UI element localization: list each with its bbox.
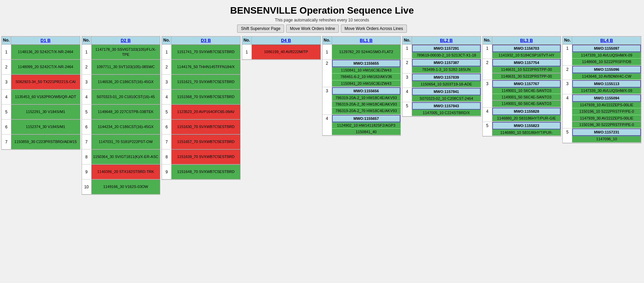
work-order-cell[interactable]: 1150196_10 S222PRSTFP/PE-0 <box>572 108 641 115</box>
row-no-empty <box>563 73 572 80</box>
mwo-label[interactable]: MWO:1155113 <box>572 80 641 88</box>
work-order-cell[interactable]: 1149648_20 227CSTPB-03BTEK <box>92 105 160 119</box>
row-no-empty <box>483 66 492 73</box>
work-order-cell[interactable]: 1147939_10 AV222ZEPS-00LIE <box>572 102 641 108</box>
mwo-label[interactable]: MWO:1157231 <box>572 128 641 136</box>
work-order-cell[interactable]: 1152374_30 V184S/M1 <box>11 120 80 134</box>
mwo-label[interactable]: MWO:1155657 <box>332 115 401 122</box>
move-inline-button[interactable]: Move Work Orders Inline <box>286 25 339 33</box>
work-order-cell[interactable]: 1144176_50 THHN145TFFN184/X <box>171 60 240 74</box>
row-no: 1 <box>162 45 171 59</box>
work-order-cell[interactable]: 1151741_70 SVXWB7C5ESTBRD <box>171 45 240 59</box>
work-order-cell[interactable]: 789619-00030-2_10 S213CT-X1-18 <box>412 52 481 59</box>
work-order-cell[interactable]: 783499-1-3_10 S282-18SUN <box>412 66 481 73</box>
work-order-cell[interactable]: 1097711_30 SVT103(105)-08SWC <box>92 60 160 74</box>
work-order-cell[interactable]: 1147096_10 <box>572 136 641 142</box>
work-order-cell[interactable]: S062923-34_50 TX221PR221S-CAI <box>11 75 80 89</box>
work-order-cell[interactable]: 1141932_10 S184CSP16TVT-HY <box>492 52 561 59</box>
grouped-row: 5MWO:11578431147005_10 C224STBRD/X <box>402 102 481 116</box>
mwo-label[interactable]: MWO:1155828 <box>492 108 561 115</box>
work-order-cell[interactable]: 1123523_20 AVP164OFC65-09AV <box>171 105 240 119</box>
row-no: 5 <box>563 128 572 136</box>
work-order-cell[interactable]: 1146880_20 S83186HYT/PUR-GIE <box>492 115 561 122</box>
col-title-BL4_B[interactable]: BL4 B <box>572 36 641 44</box>
work-order-cell[interactable]: 1151621_70 SVXWB7C5ESTBRD <box>171 75 240 89</box>
col-title-BL3_B[interactable]: BL3 B <box>492 36 561 44</box>
work-order-cell[interactable]: 1150196_30 S222PRSTFP/PE-0 <box>572 122 641 128</box>
work-order-cell[interactable]: 1151648_70 SVXWB7C5ESTBRD <box>171 164 240 179</box>
work-order-cell[interactable]: 1151568_70 SVXWB7C5ESTBRD <box>171 90 240 104</box>
table-row: 3S062923-34_50 TX221PR221S-CAI <box>2 75 80 90</box>
col-title-D4_B[interactable]: D4 B <box>252 36 320 44</box>
col-title-D3_B[interactable]: D3 B <box>171 36 240 44</box>
work-order-cell[interactable]: 1146086_20 STX182STBRD-TRK <box>92 164 160 179</box>
mwo-label[interactable]: MWO:1155094 <box>572 94 641 102</box>
table-row: 21144176_50 THHN145TFFN184/X <box>162 60 240 75</box>
mwo-label[interactable]: MWO:1156703 <box>492 45 561 52</box>
mwo-label[interactable]: MWO:1155096 <box>572 66 641 73</box>
work-order-cell[interactable]: 1124902_10 HW141182SF2/AGP3 <box>332 122 401 129</box>
work-order-cell[interactable]: 1147005_10 C224STBRD/X <box>412 110 481 116</box>
work-order-cell[interactable]: 1150859_30 C223PRSTBRD/AEW15 <box>11 135 80 149</box>
work-order-cell[interactable]: 1147339_10 AVLUQSHM/X-09 <box>572 52 641 59</box>
work-order-cell[interactable]: 1151630_70 SVXWB7C5ESTBRD <box>171 120 240 134</box>
work-order-cell[interactable]: 1129782_20 S244GSMD-FLAT2 <box>332 45 401 59</box>
work-order-cell[interactable]: 786319-20A-2_30 HW18C4E/AKV93 <box>332 101 401 108</box>
work-order-cell[interactable]: 1146880_10 S83186HYT/PUR- <box>492 129 561 136</box>
work-order-cell[interactable]: S070323-02_10 C208CST-2464 <box>412 95 481 102</box>
row-no: 1 <box>323 45 332 59</box>
mwo-label[interactable]: MWO:1155656 <box>332 87 401 95</box>
work-order-cell[interactable]: 1086199_40 AVB222MITP <box>252 45 320 59</box>
work-order-cell[interactable]: 1146631_30 S222PRSTPP-00 <box>492 73 561 80</box>
work-order-cell[interactable]: 1151639_70 SVXWB7C5ESTBRD <box>171 150 240 164</box>
work-order-cell[interactable]: 1148136_20 S242CT/X-NR-2464 <box>11 45 80 59</box>
work-order-cell[interactable]: 788461-6-2_10 HW182/AKV36 <box>332 74 401 80</box>
work-order-cell[interactable]: 1147031_70 S181P222PST-OW <box>92 135 160 149</box>
col-title-BL2_B[interactable]: BL2 B <box>412 36 481 44</box>
mwo-label[interactable]: MWO:1157839 <box>412 74 481 81</box>
work-order-cell[interactable]: 1135453_60 V182PRO/WB/QR-ADT <box>11 90 80 104</box>
row-no-empty <box>563 115 572 122</box>
work-order-cell[interactable]: 1146536_20 C186CST(16)-45GX <box>92 75 160 89</box>
work-order-cell[interactable]: 1150364_30 SVIGT1811(K)/X-ER-ASC <box>92 150 160 164</box>
work-order-cell[interactable]: 1150841_10 HW16C3E/ZW43 <box>332 67 401 74</box>
work-order-cell[interactable]: 1149001_50 S6C4E-SANTO3 <box>492 94 561 100</box>
toolbar: Shift Supervisor Page Move Work Orders I… <box>0 25 644 33</box>
work-order-cell[interactable]: 1150841_20 HW16C3E/ZW43 <box>332 80 401 87</box>
row-no: 2 <box>2 60 11 74</box>
mwo-label[interactable]: MWO:1157387 <box>412 59 481 66</box>
work-order-cell[interactable]: 1147339_30 AVLUQSHM/X-09 <box>572 88 641 94</box>
mwo-label[interactable]: MWO:1155097 <box>572 45 641 52</box>
work-order-cell[interactable]: 1152291_30 V184S/M1 <box>11 105 80 119</box>
move-across-button[interactable]: Move Work Orders Across Lines <box>341 25 407 33</box>
row-no: 4 <box>323 115 332 122</box>
mwo-label[interactable]: MWO:1157767 <box>492 80 561 88</box>
mwo-label[interactable]: MWO:1157754 <box>492 59 561 66</box>
shift-supervisor-button[interactable]: Shift Supervisor Page <box>237 25 284 33</box>
mwo-label[interactable]: MWO:1157841 <box>412 88 481 95</box>
work-order-cell[interactable]: 1143648_10 AVBDMX4C-CW <box>572 73 641 80</box>
work-order-cell[interactable]: S070323-01_20 C1810CST(16)-45 <box>92 90 160 104</box>
work-order-cell[interactable]: 1149001_60 S6C4E-SANTO3 <box>492 100 561 107</box>
work-order-cell[interactable]: 1151657_70 SVXWB7C5ESTBRD <box>171 135 240 149</box>
work-order-cell[interactable]: 1147939_30 AV222ZEPS-00LIE <box>572 115 641 122</box>
mwo-label[interactable]: MWO:1155823 <box>492 122 561 129</box>
work-order-cell[interactable]: 1149001_10 S6C4E-SANTO3 <box>492 88 561 94</box>
work-order-cell[interactable]: 1147178_30 SSVIGT103(105)/FL/X-TPE <box>92 45 160 59</box>
work-order-cell[interactable]: 1146631_10 S222PRSTPP-00 <box>492 66 561 73</box>
col-title-D1_B[interactable]: D1 B <box>11 36 80 44</box>
work-order-cell[interactable]: 1150841_40 <box>332 129 401 135</box>
work-order-cell[interactable]: 1150654_10 S203T19-18-ADE <box>412 81 481 88</box>
mwo-label[interactable]: MWO:1157291 <box>412 45 481 52</box>
work-order-cell[interactable]: 786319-20A-2_70 HW18C4E/AKV93 <box>332 108 401 114</box>
col-title-D2_B[interactable]: D2 B <box>92 36 160 44</box>
mwo-label[interactable]: MWO:1155655 <box>332 60 401 67</box>
col-title-BL1_B[interactable]: BL1 B <box>332 36 401 44</box>
work-order-cell[interactable]: 786319-20A-2_10 HW18C4E/AKV93 <box>332 95 401 101</box>
work-order-cell[interactable]: 1148099_20 S242CT/X-NR-2464 <box>11 60 80 74</box>
work-order-cell[interactable]: 1149166_30 V162S-03OW <box>92 179 160 194</box>
work-order-cell[interactable]: 1144234_20 C186CST(16)-45GX <box>92 120 160 134</box>
work-order-cell[interactable]: 1148606_10 S222PRSFP/DB <box>572 59 641 65</box>
row-no-empty <box>323 74 332 80</box>
mwo-label[interactable]: MWO:1157843 <box>412 102 481 110</box>
